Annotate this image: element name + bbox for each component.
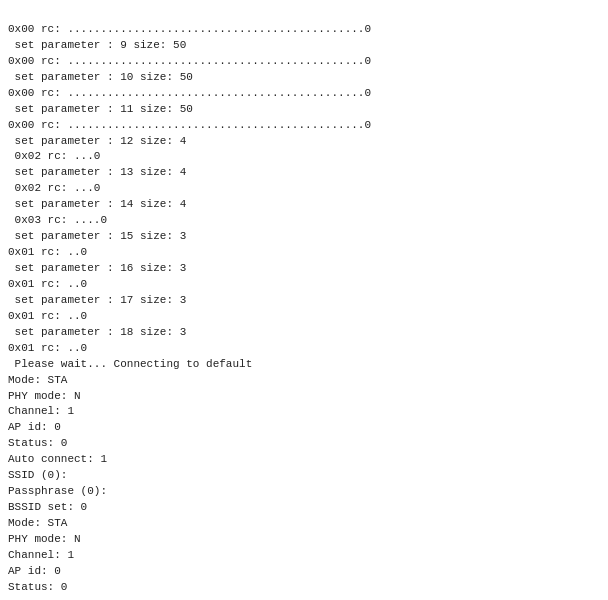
terminal-line: set parameter : 14 size: 4 [8,197,600,213]
terminal-line: 0x00 rc: ...............................… [8,118,600,134]
terminal-line: 0x02 rc: ...0 [8,181,600,197]
terminal-line: Passphrase (0): [8,484,600,500]
terminal-line: Auto connect: 1 [8,452,600,468]
terminal-line: set parameter : 18 size: 3 [8,325,600,341]
terminal-line: AP id: 0 [8,420,600,436]
terminal-line: BSSID set: 0 [8,500,600,516]
terminal-line: 0x01 rc: ..0 [8,341,600,357]
terminal-line: PHY mode: N [8,532,600,548]
terminal-line: set parameter : 9 size: 50 [8,38,600,54]
terminal-line: Status: 0 [8,580,600,596]
terminal-line: 0x00 rc: ...............................… [8,86,600,102]
terminal-line: PHY mode: N [8,389,600,405]
terminal-line: set parameter : 12 size: 4 [8,134,600,150]
terminal-line: 0x01 rc: ..0 [8,309,600,325]
terminal-line: 0x01 rc: ..0 [8,245,600,261]
terminal-output: 0x00 rc: ...............................… [0,0,608,600]
terminal-line: 0x00 rc: ...............................… [8,54,600,70]
terminal-line: SSID (0): [8,468,600,484]
terminal-line: Mode: STA [8,373,600,389]
terminal-line: 0x00 rc: ...............................… [8,22,600,38]
terminal-line: Status: 0 [8,436,600,452]
terminal-line: set parameter : 16 size: 3 [8,261,600,277]
terminal-line: set parameter : 13 size: 4 [8,165,600,181]
terminal-line: Mode: STA [8,516,600,532]
terminal-line: set parameter : 10 size: 50 [8,70,600,86]
terminal-line: Channel: 1 [8,404,600,420]
terminal-line: 0x02 rc: ...0 [8,149,600,165]
terminal-line: Channel: 1 [8,548,600,564]
terminal-line: set parameter : 15 size: 3 [8,229,600,245]
terminal-line: 0x03 rc: ....0 [8,213,600,229]
terminal-line: 0x01 rc: ..0 [8,277,600,293]
terminal-line: AP id: 0 [8,564,600,580]
terminal-line: set parameter : 11 size: 50 [8,102,600,118]
terminal-line: Please wait... Connecting to default [8,357,600,373]
terminal-line: set parameter : 17 size: 3 [8,293,600,309]
